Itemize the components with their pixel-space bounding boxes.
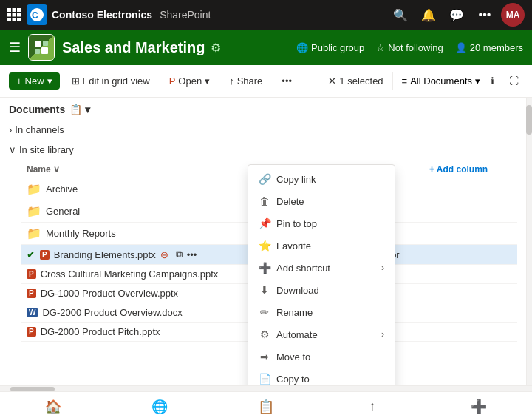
file-name: DG-1000 Product Overview.pptx	[41, 288, 178, 299]
ctx-label: Copy link	[276, 174, 384, 185]
share-button[interactable]: ↑ Share	[222, 72, 270, 90]
divider	[392, 72, 393, 90]
new-button[interactable]: + New ▾	[9, 72, 60, 90]
ctx-icon: ⬇	[259, 284, 270, 296]
suite-right: 🌐 Public group ☆ Not following 👤 20 memb…	[296, 42, 523, 53]
fullscreen-button[interactable]: ⛶	[505, 72, 523, 90]
in-site-library-toggle[interactable]: ∨ In site library	[9, 141, 517, 158]
ctx-label: Copy to	[276, 374, 384, 385]
not-following[interactable]: ☆ Not following	[376, 42, 443, 53]
open-label: Open	[178, 75, 202, 87]
file-action	[423, 323, 517, 342]
svg-text:C: C	[32, 10, 38, 21]
content-area: Documents 📋 ▾ › In channels ∨ In site li…	[0, 98, 526, 385]
notifications-icon[interactable]: 🔔	[417, 3, 440, 27]
globe-nav[interactable]: 🌐	[106, 392, 213, 415]
selected-count: 1 selected	[339, 75, 383, 87]
context-menu-item[interactable]: 🗑 Delete	[248, 190, 395, 212]
ctx-arrow: ›	[381, 263, 384, 273]
in-channels-label: In channels	[15, 124, 64, 135]
file-name: DG-2000 Product Pitch.pptx	[41, 326, 160, 337]
edit-grid-button[interactable]: ⊞ Edit in grid view	[64, 72, 157, 90]
ctx-arrow: ›	[381, 329, 384, 340]
share-label: Share	[237, 75, 263, 87]
logo-icon: C	[27, 4, 47, 25]
file-name: Branding Elements.pptx	[54, 249, 156, 260]
context-menu-item[interactable]: 📄 Copy to	[248, 368, 395, 385]
add-nav[interactable]: ➕	[426, 392, 532, 415]
activity-nav[interactable]: ↑	[319, 392, 426, 415]
context-menu-item[interactable]: ⚙ Automate ›	[248, 323, 395, 345]
context-menu-item[interactable]: ⭐ Favorite	[248, 235, 395, 257]
folder-icon: 📁	[27, 204, 41, 218]
file-action	[423, 223, 517, 245]
pptx-icon: P	[40, 250, 50, 260]
copy-icon[interactable]: ⧉	[176, 249, 183, 260]
settings-icon[interactable]: ⚙	[211, 41, 221, 55]
in-channels-section: › In channels	[9, 121, 517, 138]
cmd-right: ✕ 1 selected ≡ All Documents ▾ ℹ ⛶	[328, 72, 523, 90]
file-action	[423, 200, 517, 223]
add-column-btn[interactable]: + Add column	[423, 161, 517, 178]
home-nav[interactable]: 🏠	[0, 392, 106, 415]
all-docs-label: All Documents	[410, 75, 472, 87]
open-chevron: ▾	[205, 75, 210, 87]
checked-icon: ✔	[27, 249, 35, 260]
svg-rect-11	[35, 41, 41, 47]
new-label: New	[25, 75, 44, 87]
h-scrollbar-thumb[interactable]	[10, 387, 55, 391]
waffle-button[interactable]	[7, 8, 21, 21]
ctx-icon: 📌	[259, 217, 270, 229]
context-menu-item[interactable]: ➕ Add shortcut ›	[248, 257, 395, 279]
docs-nav[interactable]: 📋	[213, 392, 319, 415]
file-action	[423, 245, 517, 265]
collapse-icon: ∨	[9, 144, 16, 155]
all-docs-chevron: ▾	[475, 75, 480, 87]
file-name: Cross Cultural Marketing Campaigns.pptx	[41, 269, 219, 280]
site-icon-inner	[29, 35, 54, 60]
info-button[interactable]: ℹ	[486, 72, 499, 90]
horizontal-scrollbar[interactable]	[0, 385, 532, 391]
top-nav: C Contoso Electronics SharePoint 🔍 🔔 💬 •…	[0, 0, 532, 30]
avatar[interactable]: MA	[501, 3, 525, 27]
members-label: 20 members	[470, 42, 523, 53]
context-menu-item[interactable]: 📌 Pin to top	[248, 212, 395, 235]
folder-icon: 📁	[27, 182, 41, 196]
more-row-icon[interactable]: •••	[187, 249, 197, 260]
pptx-icon: P	[27, 327, 36, 337]
view-icon[interactable]: 📋 ▾	[69, 104, 90, 115]
ctx-label: Delete	[276, 196, 384, 207]
not-following-label: Not following	[388, 42, 443, 53]
scrollbar-thumb[interactable]	[526, 105, 532, 135]
bottom-nav: 🏠 🌐 📋 ↑ ➕	[0, 391, 532, 415]
top-nav-right: 🔍 🔔 💬 ••• MA	[389, 3, 525, 27]
product-name: SharePoint	[160, 9, 211, 21]
ctx-label: Move to	[276, 351, 384, 362]
more-button[interactable]: •••	[274, 72, 299, 90]
public-group[interactable]: 🌐 Public group	[296, 42, 364, 53]
public-group-label: Public group	[311, 42, 364, 53]
in-channels-toggle[interactable]: › In channels	[9, 121, 517, 138]
hamburger-button[interactable]: ☰	[9, 39, 21, 55]
search-icon[interactable]: 🔍	[389, 3, 412, 27]
more-icon[interactable]: •••	[473, 3, 497, 27]
members[interactable]: 👤 20 members	[455, 42, 523, 53]
context-menu-item[interactable]: ➡ Move to	[248, 345, 395, 368]
context-menu-item[interactable]: ✏ Rename	[248, 301, 395, 323]
file-action	[423, 303, 517, 323]
chat-icon[interactable]: 💬	[445, 3, 468, 27]
close-selected-icon[interactable]: ✕	[328, 75, 336, 87]
main-area: Documents 📋 ▾ › In channels ∨ In site li…	[0, 98, 532, 385]
open-button[interactable]: P Open ▾	[162, 72, 217, 90]
suite-bar: ☰ Sales and Marketing ⚙ 🌐 Public group ☆…	[0, 30, 532, 65]
star-icon: ☆	[376, 42, 385, 53]
public-group-icon: 🌐	[296, 42, 308, 53]
context-menu-item[interactable]: 🔗 Copy link	[248, 168, 395, 190]
delete-icon[interactable]: ⊖	[160, 249, 168, 260]
svg-rect-6	[7, 18, 11, 21]
all-documents-dropdown[interactable]: ≡ All Documents ▾	[402, 75, 480, 87]
right-scrollbar[interactable]	[526, 98, 532, 385]
ctx-icon: ⚙	[259, 328, 270, 340]
powerpoint-icon: P	[169, 75, 176, 87]
context-menu-item[interactable]: ⬇ Download	[248, 279, 395, 301]
